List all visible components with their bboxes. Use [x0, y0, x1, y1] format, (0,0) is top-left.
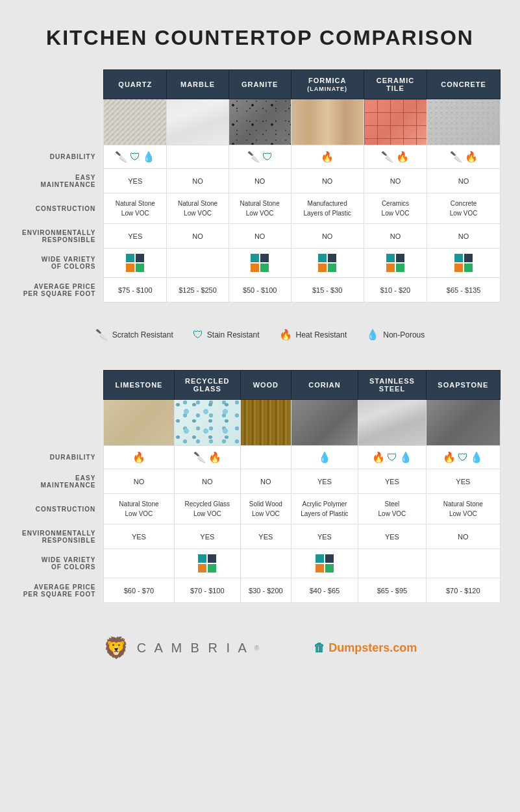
env-marble: NO	[167, 224, 229, 249]
dur-limestone: 🔥	[104, 446, 174, 469]
dumpsters-label: Dumpsters.com	[328, 641, 417, 654]
maint-wood: NO	[241, 469, 291, 494]
maint-marble: NO	[167, 169, 229, 193]
label-env-2: ENVIRONMENTALLYRESPONSIBLE	[19, 524, 104, 549]
legend-nonporous: 💧 Non-Porous	[366, 328, 425, 341]
maint-limestone: NO	[104, 469, 174, 494]
env-wood: YES	[241, 524, 291, 549]
price-stainless: $65 - $95	[358, 578, 426, 603]
dur-concrete: 🔪 🔥	[427, 145, 501, 169]
label-construction-2: CONSTRUCTION	[19, 494, 104, 524]
env-limestone: YES	[104, 524, 174, 549]
row-construction-1: CONSTRUCTION Natural StoneLow VOC Natura…	[19, 193, 501, 224]
image-row-1	[19, 99, 501, 145]
const-corian: Acrylic PolymerLayers of Plastic	[291, 494, 358, 524]
maint-recycled: NO	[174, 469, 241, 494]
env-concrete: NO	[427, 224, 501, 249]
env-granite: NO	[229, 224, 291, 249]
image-label-2	[19, 400, 104, 446]
col-concrete: CONCRETE	[427, 70, 501, 99]
dur-granite: 🔪 🛡	[229, 145, 291, 169]
label-maintenance-2: EASY MAINTENANCE	[19, 469, 104, 494]
colors-wood	[241, 549, 291, 578]
col-limestone: LIMESTONE	[104, 371, 174, 400]
legend-scratch-label: Scratch Resistant	[112, 330, 173, 339]
col-recycled: RECYCLEDGLASS	[174, 371, 241, 400]
col-stainless: STAINLESSSTEEL	[358, 371, 426, 400]
dur-marble	[167, 145, 229, 169]
colors-corian	[291, 549, 358, 578]
row-durability-1: DURABILITY 🔪 🛡 💧 🔪 🛡 🔥	[19, 145, 501, 169]
img-limestone	[104, 400, 174, 446]
img-granite	[229, 99, 291, 145]
brand-dumpsters: 🗑 Dumpsters.com	[314, 641, 417, 655]
env-recycled: YES	[174, 524, 241, 549]
img-formica	[291, 99, 364, 145]
colors-stainless	[358, 549, 426, 578]
maint-soapstone: YES	[426, 469, 500, 494]
row-env-2: ENVIRONMENTALLYRESPONSIBLE YES YES YES Y…	[19, 524, 501, 549]
legend-section: 🔪 Scratch Resistant 🛡 Stain Resistant 🔥 …	[19, 315, 501, 354]
footer: 🦁 C A M B R I A ® 🗑 Dumpsters.com	[19, 622, 501, 673]
const-quartz: Natural StoneLow VOC	[104, 193, 167, 224]
table1-empty-header	[19, 70, 104, 99]
label-construction-1: CONSTRUCTION	[19, 193, 104, 224]
label-colors-2: WIDE VARIETYOF COLORS	[19, 549, 104, 578]
maint-formica: NO	[291, 169, 364, 193]
col-wood: WOOD	[241, 371, 291, 400]
page-title: KITCHEN COUNTERTOP COMPARISON	[19, 26, 501, 50]
img-ceramic	[364, 99, 427, 145]
brand-cambria: 🦁 C A M B R I A ®	[103, 635, 262, 660]
stain-icon: 🛡	[193, 329, 203, 341]
img-soapstone	[426, 400, 500, 446]
colors-soapstone	[426, 549, 500, 578]
row-colors-1: WIDE VARIETYOF COLORS	[19, 249, 501, 278]
env-formica: NO	[291, 224, 364, 249]
col-formica: FORMICA(LAMINATE)	[291, 70, 364, 99]
const-recycled: Recycled GlassLow VOC	[174, 494, 241, 524]
dumpsters-icon: 🗑	[314, 641, 325, 654]
const-soapstone: Natural StoneLow VOC	[426, 494, 500, 524]
price-limestone: $60 - $70	[104, 578, 174, 603]
row-price-1: AVERAGE PRICEPER SQUARE FOOT $75 - $100 …	[19, 278, 501, 302]
dur-soapstone: 🔥 🛡 💧	[426, 446, 500, 469]
env-stainless: YES	[358, 524, 426, 549]
col-soapstone: SOAPSTONE	[426, 371, 500, 400]
img-quartz	[104, 99, 167, 145]
dur-wood	[241, 446, 291, 469]
image-label-1	[19, 99, 104, 145]
colors-marble	[167, 249, 229, 278]
colors-limestone	[104, 549, 174, 578]
table2: LIMESTONE RECYCLEDGLASS WOOD CORIAN STAI…	[19, 370, 501, 603]
legend-nonporous-label: Non-Porous	[383, 330, 425, 339]
dur-formica: 🔥	[291, 145, 364, 169]
const-wood: Solid WoodLow VOC	[241, 494, 291, 524]
label-maintenance-1: EASY MAINTENANCE	[19, 169, 104, 193]
const-concrete: ConcreteLow VOC	[427, 193, 501, 224]
price-recycled: $70 - $100	[174, 578, 241, 603]
img-wood	[241, 400, 291, 446]
col-quartz: QUARTZ	[104, 70, 167, 99]
img-recycled	[174, 400, 241, 446]
const-formica: ManufacturedLayers of Plastic	[291, 193, 364, 224]
maint-corian: YES	[291, 469, 358, 494]
legend-stain: 🛡 Stain Resistant	[193, 329, 260, 341]
env-soapstone: NO	[426, 524, 500, 549]
label-durability-2: DURABILITY	[19, 446, 104, 469]
legend-heat: 🔥 Heat Resistant	[279, 328, 347, 341]
row-price-2: AVERAGE PRICEPER SQUARE FOOT $60 - $70 $…	[19, 578, 501, 603]
dur-recycled: 🔪 🔥	[174, 446, 241, 469]
colors-ceramic	[364, 249, 427, 278]
row-colors-2: WIDE VARIETYOF COLORS	[19, 549, 501, 578]
price-marble: $125 - $250	[167, 278, 229, 302]
label-colors-1: WIDE VARIETYOF COLORS	[19, 249, 104, 278]
img-corian	[291, 400, 358, 446]
colors-recycled	[174, 549, 241, 578]
dur-ceramic: 🔪 🔥	[364, 145, 427, 169]
dur-stainless: 🔥 🛡 💧	[358, 446, 426, 469]
colors-concrete	[427, 249, 501, 278]
price-soapstone: $70 - $120	[426, 578, 500, 603]
img-stainless	[358, 400, 426, 446]
maint-granite: NO	[229, 169, 291, 193]
env-quartz: YES	[104, 224, 167, 249]
